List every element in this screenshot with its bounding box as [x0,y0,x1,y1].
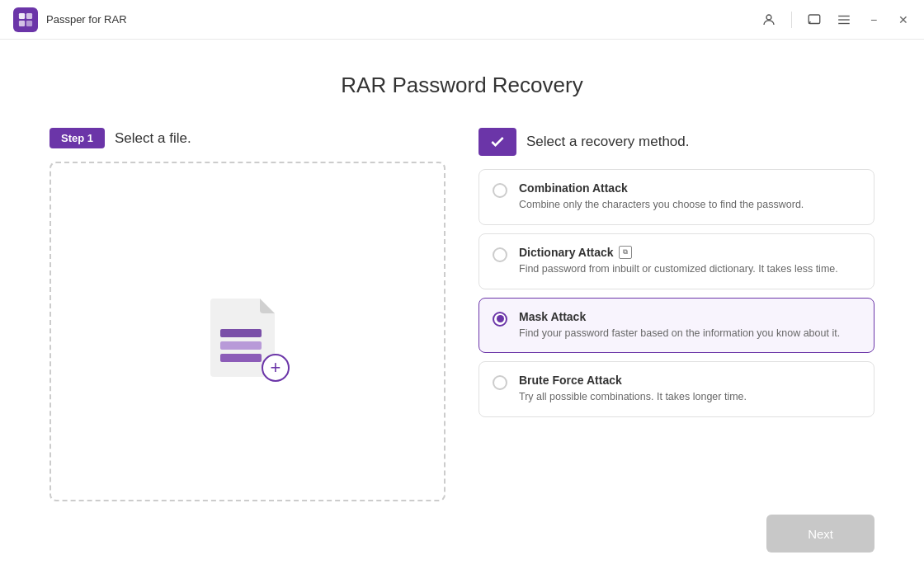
option-brute[interactable]: Brute Force Attack Try all possible comb… [478,361,874,417]
step1-label: Select a file. [115,130,191,147]
option-combination-title: Combination Attack [519,181,860,195]
footer: Next [0,501,924,569]
radio-mask-inner [497,315,504,322]
svg-rect-1 [26,12,32,18]
separator [791,12,792,28]
close-button[interactable]: ✕ [896,12,911,27]
svg-rect-3 [26,20,32,26]
rar-bar-3 [220,354,262,362]
svg-rect-2 [19,20,25,26]
step1-badge: Step 1 [50,128,105,148]
file-drop-zone[interactable]: + [50,162,446,501]
option-dictionary-title: Dictionary Attack ⧉ [519,246,860,259]
option-combination-desc: Combine only the characters you choose t… [519,197,860,213]
step1-header: Step 1 Select a file. [50,128,446,148]
svg-point-4 [766,15,771,20]
radio-combination[interactable] [493,183,507,198]
main-content: RAR Password Recovery Step 1 Select a fi… [0,40,924,501]
add-file-circle[interactable]: + [262,354,290,382]
rar-bar-1 [220,329,262,337]
rar-bars [220,329,262,362]
left-panel: Step 1 Select a file. + [50,128,446,501]
page-title: RAR Password Recovery [50,73,874,98]
svg-rect-0 [19,12,25,18]
option-combination[interactable]: Combination Attack Combine only the char… [478,169,874,225]
option-mask-title: Mask Attack [519,310,860,323]
app-title: Passper for RAR [46,13,761,26]
option-dictionary-desc: Find password from inbuilt or customized… [519,261,860,277]
radio-dictionary[interactable] [493,247,507,262]
menu-icon[interactable] [837,12,851,27]
recovery-options: Combination Attack Combine only the char… [478,169,874,417]
step2-check-badge [478,128,516,156]
option-mask-text: Mask Attack Find your password faster ba… [519,310,860,341]
radio-brute[interactable] [493,375,507,390]
account-icon[interactable] [761,12,776,27]
option-brute-title: Brute Force Attack [519,374,860,387]
rar-bar-2 [220,341,262,350]
rar-file-icon: + [210,286,285,377]
drop-zone-content: + [210,286,285,377]
step2-label: Select a recovery method. [526,134,689,150]
dictionary-copy-icon: ⧉ [619,246,632,259]
app-logo [13,7,38,32]
option-combination-text: Combination Attack Combine only the char… [519,181,860,213]
option-dictionary[interactable]: Dictionary Attack ⧉ Find password from i… [478,233,874,289]
minimize-button[interactable]: − [866,12,881,27]
radio-mask[interactable] [493,312,507,327]
title-bar: Passper for RAR − ✕ [0,0,924,40]
option-mask-desc: Find your password faster based on the i… [519,326,860,341]
next-button[interactable]: Next [766,515,874,553]
option-dictionary-text: Dictionary Attack ⧉ Find password from i… [519,246,860,277]
steps-row: Step 1 Select a file. + [50,128,874,501]
option-brute-desc: Try all possible combinations. It takes … [519,389,860,405]
right-panel: Select a recovery method. Combination At… [478,128,874,501]
step2-header: Select a recovery method. [478,128,874,156]
option-brute-text: Brute Force Attack Try all possible comb… [519,374,860,405]
option-mask[interactable]: Mask Attack Find your password faster ba… [478,298,874,354]
window-controls: − ✕ [761,12,911,28]
chat-icon[interactable] [807,12,822,27]
